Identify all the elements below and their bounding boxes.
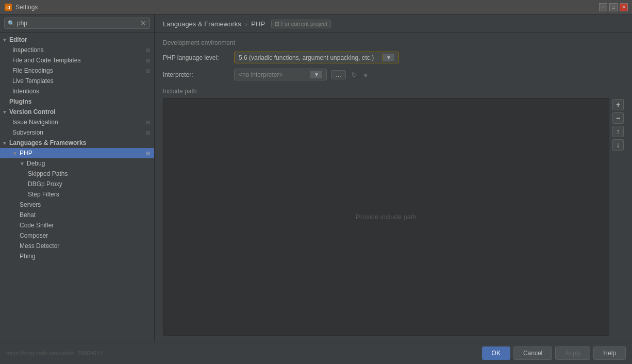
move-down-button[interactable]: ↓: [612, 139, 624, 151]
sidebar-item-languages-frameworks[interactable]: ▼ Languages & Frameworks: [0, 138, 154, 148]
move-up-button[interactable]: ↑: [612, 126, 624, 137]
sidebar-label-languages-frameworks: Languages & Frameworks: [9, 139, 86, 146]
search-icon: 🔍: [8, 20, 15, 27]
sidebar-item-subversion[interactable]: Subversion ⊞: [0, 127, 154, 138]
panel-header: Languages & Frameworks › PHP ⊞ For curre…: [155, 14, 632, 33]
sidebar-label-dbgp-proxy: DBGp Proxy: [28, 180, 62, 188]
sidebar-item-step-filters[interactable]: Step Filters: [0, 189, 154, 200]
panel-body: Development environment PHP language lev…: [155, 33, 632, 342]
for-project-badge: ⊞ For current project: [271, 20, 331, 28]
interpreter-more-button[interactable]: …: [331, 70, 346, 79]
include-path-controls: + − ↑ ↓: [612, 98, 624, 336]
help-button[interactable]: Help: [593, 346, 626, 360]
include-path-area: Provide include path: [163, 98, 609, 336]
sidebar-label-subversion: Subversion: [12, 129, 43, 136]
sidebar-item-editor[interactable]: ▼ Editor: [0, 35, 154, 45]
sidebar-item-file-encodings[interactable]: File Encodings ⊞: [0, 65, 154, 76]
export-icon-subversion: ⊞: [146, 130, 150, 136]
close-button[interactable]: ✕: [620, 3, 628, 11]
expand-arrow-vc: ▼: [2, 109, 9, 115]
sidebar-item-live-templates[interactable]: Live Templates: [0, 76, 154, 86]
sidebar-item-mess-detector[interactable]: Mess Detector: [0, 241, 154, 251]
export-icon-file-encodings: ⊞: [146, 68, 150, 74]
export-icon-php: ⊞: [146, 151, 150, 156]
export-icon-file-code-templates: ⊞: [146, 58, 150, 63]
php-level-select-wrapper[interactable]: 5.6 (variadic functions, argument unpack…: [234, 52, 399, 63]
interpreter-info-icon[interactable]: ●: [362, 70, 369, 80]
sidebar-label-composer: Composer: [20, 232, 48, 239]
right-panel: Languages & Frameworks › PHP ⊞ For curre…: [155, 14, 632, 342]
sidebar-label-editor: Editor: [9, 36, 27, 43]
search-clear-button[interactable]: ✕: [140, 19, 146, 27]
sidebar-label-step-filters: Step Filters: [28, 191, 59, 198]
sidebar-label-plugins: Plugins: [9, 98, 31, 105]
expand-arrow-php: ▼: [12, 151, 20, 156]
sidebar-label-version-control: Version Control: [9, 108, 55, 115]
sidebar-label-issue-navigation: Issue Navigation: [12, 119, 58, 126]
app-icon: IJ: [4, 3, 12, 11]
sidebar-item-behat[interactable]: Behat: [0, 210, 154, 220]
php-level-label: PHP language level:: [163, 54, 230, 61]
sidebar-item-plugins[interactable]: Plugins: [0, 96, 154, 107]
apply-button[interactable]: Apply: [555, 346, 590, 360]
interpreter-dropdown-arrow[interactable]: ▼: [310, 71, 322, 78]
php-level-dropdown-arrow[interactable]: ▼: [382, 54, 394, 61]
main-content: 🔍 ✕ ▼ Editor Inspections ⊞ File and Code…: [0, 14, 632, 342]
expand-arrow-editor: ▼: [2, 37, 9, 43]
sidebar-item-code-sniffer[interactable]: Code Sniffer: [0, 220, 154, 230]
search-box: 🔍 ✕: [0, 14, 154, 32]
sidebar-label-servers: Servers: [20, 201, 41, 208]
sidebar-label-mess-detector: Mess Detector: [20, 242, 59, 250]
sidebar-item-inspections[interactable]: Inspections ⊞: [0, 45, 154, 55]
window-controls: ─ □ ✕: [599, 3, 628, 11]
breadcrumb-arrow: ›: [245, 20, 247, 28]
dev-environment-label: Development environment: [163, 39, 624, 46]
interpreter-label: Interpreter:: [163, 71, 230, 78]
minimize-button[interactable]: ─: [599, 3, 607, 11]
include-path-placeholder: Provide include path: [356, 213, 417, 221]
sidebar-item-issue-navigation[interactable]: Issue Navigation ⊞: [0, 117, 154, 127]
sidebar-label-php: PHP: [20, 150, 32, 157]
window-title: Settings: [15, 4, 599, 11]
remove-path-button[interactable]: −: [612, 112, 624, 124]
sidebar-tree: ▼ Editor Inspections ⊞ File and Code Tem…: [0, 32, 154, 342]
interpreter-value: <no interpreter>: [239, 71, 308, 78]
sidebar-item-skipped-paths[interactable]: Skipped Paths: [0, 169, 154, 179]
add-path-button[interactable]: +: [612, 99, 624, 110]
breadcrumb-current: PHP: [251, 20, 265, 28]
bottom-bar: https://blog.csdn.net/weixin_39854011 OK…: [0, 342, 632, 364]
ok-button[interactable]: OK: [482, 346, 510, 360]
sidebar-label-file-encodings: File Encodings: [12, 67, 53, 74]
include-path-label: Include path: [163, 88, 624, 95]
sidebar-item-phing[interactable]: Phing: [0, 251, 154, 261]
sidebar-item-composer[interactable]: Composer: [0, 230, 154, 241]
sidebar-item-version-control[interactable]: ▼ Version Control: [0, 107, 154, 117]
php-level-row: PHP language level: 5.6 (variadic functi…: [163, 52, 624, 63]
php-level-value: 5.6 (variadic functions, argument unpack…: [239, 54, 378, 61]
svg-text:IJ: IJ: [6, 5, 10, 10]
export-icon-inspections: ⊞: [146, 47, 150, 53]
sidebar-label-skipped-paths: Skipped Paths: [28, 170, 68, 177]
sidebar-item-servers[interactable]: Servers: [0, 200, 154, 210]
sidebar-item-dbgp-proxy[interactable]: DBGp Proxy: [0, 179, 154, 189]
sidebar-item-file-code-templates[interactable]: File and Code Templates ⊞: [0, 55, 154, 65]
sidebar-label-file-code-templates: File and Code Templates: [12, 57, 81, 64]
maximize-button[interactable]: □: [609, 3, 618, 11]
sidebar-item-intentions[interactable]: Intentions: [0, 86, 154, 96]
sidebar-item-php[interactable]: ▼ PHP ⊞: [0, 148, 154, 158]
sidebar-label-inspections: Inspections: [12, 46, 44, 54]
export-icon-issue-navigation: ⊞: [146, 120, 150, 125]
cancel-button[interactable]: Cancel: [513, 346, 552, 360]
search-input[interactable]: [17, 20, 140, 27]
expand-arrow-debug: ▼: [20, 161, 27, 167]
sidebar-label-intentions: Intentions: [12, 88, 39, 95]
interpreter-select-wrapper[interactable]: <no interpreter> ▼: [234, 69, 327, 80]
search-wrapper: 🔍 ✕: [4, 18, 150, 29]
sidebar-label-code-sniffer: Code Sniffer: [20, 222, 54, 229]
title-bar: IJ Settings ─ □ ✕: [0, 0, 632, 14]
sidebar-item-debug[interactable]: ▼ Debug: [0, 158, 154, 169]
interpreter-refresh-icon[interactable]: ↻: [350, 70, 358, 80]
sidebar: 🔍 ✕ ▼ Editor Inspections ⊞ File and Code…: [0, 14, 155, 342]
breadcrumb-path: Languages & Frameworks: [163, 20, 241, 28]
expand-arrow-lf: ▼: [2, 140, 9, 146]
